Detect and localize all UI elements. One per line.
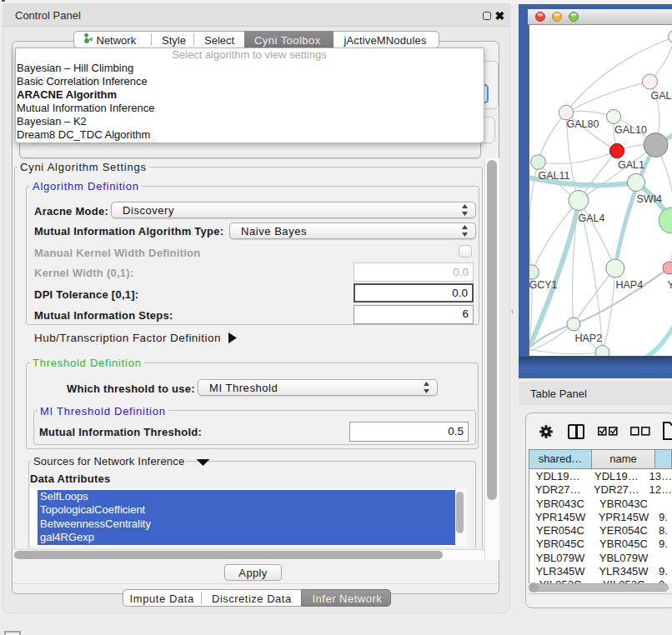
svg-text:GAL11: GAL11 xyxy=(538,170,569,182)
svg-text:HAP2: HAP2 xyxy=(574,332,602,344)
svg-text:GAL1: GAL1 xyxy=(618,159,644,171)
svg-text:GAL10: GAL10 xyxy=(614,124,647,136)
svg-text:GCY1: GCY1 xyxy=(529,279,558,291)
svg-text:Y: Y xyxy=(667,279,672,291)
svg-text:GAL2: GAL2 xyxy=(650,90,672,102)
svg-text:SWI4: SWI4 xyxy=(636,193,662,205)
svg-text:GAL4: GAL4 xyxy=(578,212,604,224)
svg-text:HAP4: HAP4 xyxy=(615,279,643,291)
svg-text:GAL80: GAL80 xyxy=(566,118,599,130)
